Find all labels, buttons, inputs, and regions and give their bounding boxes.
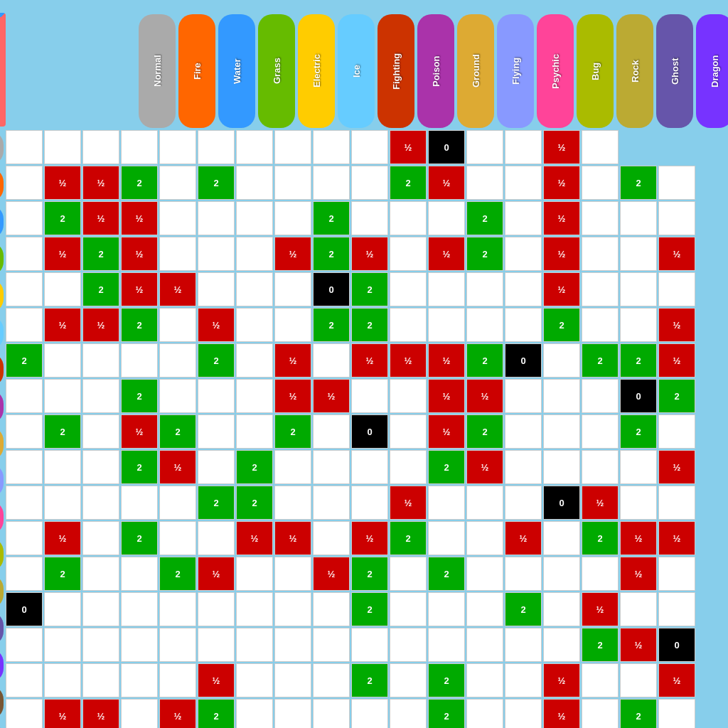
cell-9-10 (390, 450, 427, 484)
grid-row-8: 2½220½22 (5, 414, 696, 449)
cell-10-1 (44, 486, 81, 520)
cell-12-11: 2 (428, 557, 465, 591)
cell-14-14 (543, 628, 580, 662)
cell-4-14: ½ (543, 272, 580, 306)
cell-16-7 (274, 699, 311, 728)
cell-9-14 (543, 450, 580, 484)
cell-13-7 (274, 592, 311, 626)
col-header-water: Water (218, 14, 255, 128)
cell-10-4 (159, 486, 196, 520)
body-section: NormalFireWaterGrassElectricIceFightingP… (0, 129, 728, 728)
cell-1-2: ½ (82, 166, 119, 200)
row-header-rock: Rock (0, 574, 4, 609)
cell-15-15 (582, 663, 619, 697)
cell-15-3 (121, 663, 158, 697)
cell-11-8 (313, 521, 350, 555)
cell-3-4 (159, 237, 196, 271)
cell-14-0 (6, 628, 43, 662)
cell-10-16 (620, 486, 657, 520)
cell-11-13: ½ (505, 521, 542, 555)
row-header-steel: Steel (0, 722, 4, 728)
cell-10-0 (6, 486, 43, 520)
cell-5-2: ½ (82, 308, 119, 342)
cell-1-12 (466, 166, 503, 200)
cell-15-1 (44, 663, 81, 697)
cell-9-12: ½ (466, 450, 503, 484)
cell-12-1: 2 (44, 557, 81, 591)
cell-5-3: 2 (121, 308, 158, 342)
cell-13-16 (620, 592, 657, 626)
cell-13-12 (466, 592, 503, 626)
cell-4-6 (236, 272, 273, 306)
cell-0-0 (6, 130, 43, 164)
cell-2-2: ½ (82, 201, 119, 235)
cell-7-17: 2 (658, 379, 695, 413)
cell-16-15 (582, 699, 619, 728)
cell-9-8 (313, 450, 350, 484)
col-header-fire: Fire (178, 14, 215, 128)
col-header-bug: Bug (577, 14, 614, 128)
cell-0-9 (351, 130, 388, 164)
cell-4-1 (44, 272, 81, 306)
cell-8-3: ½ (121, 414, 158, 449)
cell-4-7 (274, 272, 311, 306)
grid-row-13: 022½ (5, 592, 696, 627)
cell-11-2 (82, 521, 119, 555)
col-header-dragon: Dragon (696, 14, 728, 128)
cell-3-5 (198, 237, 235, 271)
cell-0-4 (159, 130, 196, 164)
cell-5-12 (466, 308, 503, 342)
cell-16-3 (121, 699, 158, 728)
cell-11-4 (159, 521, 196, 555)
row-header-electric: Electric (0, 279, 4, 313)
cell-13-1 (44, 592, 81, 626)
cell-12-13 (505, 557, 542, 591)
cell-16-14: ½ (543, 699, 580, 728)
cell-16-8 (313, 699, 350, 728)
col-header-rock: Rock (616, 14, 653, 128)
cell-1-7 (274, 166, 311, 200)
cell-8-15 (582, 414, 619, 449)
cell-4-3: ½ (121, 272, 158, 306)
grid-row-15: ½22½½ (5, 663, 696, 698)
cell-9-17: ½ (658, 450, 695, 484)
cell-12-8: ½ (313, 557, 350, 591)
cell-9-5 (198, 450, 235, 484)
cell-0-8 (313, 130, 350, 164)
cell-6-9: ½ (351, 343, 388, 378)
cell-0-1 (44, 130, 81, 164)
cell-11-9: ½ (351, 521, 388, 555)
cell-5-8: 2 (313, 308, 350, 342)
cell-11-10: 2 (390, 521, 427, 555)
cell-4-10 (390, 272, 427, 306)
cell-1-16: 2 (620, 166, 657, 200)
cell-8-12: 2 (466, 414, 503, 449)
cell-6-12: 2 (466, 343, 503, 378)
cell-0-13 (505, 130, 542, 164)
col-header-psychic: Psychic (537, 14, 574, 128)
cell-14-8 (313, 628, 350, 662)
cell-15-6 (236, 663, 273, 697)
cell-10-9 (351, 486, 388, 520)
cell-7-13 (505, 379, 542, 413)
cell-5-1: ½ (44, 308, 81, 342)
cell-4-12 (466, 272, 503, 306)
cell-15-17: ½ (658, 663, 695, 697)
cell-7-15 (582, 379, 619, 413)
cell-10-7 (274, 486, 311, 520)
cell-6-4 (159, 343, 196, 378)
cell-3-9: ½ (351, 237, 388, 271)
grid-row-11: ½2½½½2½2½½ (5, 520, 696, 556)
cell-11-5 (198, 521, 235, 555)
cell-14-17: 0 (658, 628, 695, 662)
cell-4-15 (582, 272, 619, 306)
cell-7-10 (390, 379, 427, 413)
cell-2-14: ½ (543, 201, 580, 235)
cell-5-0 (6, 308, 43, 342)
row-header-normal: Normal (0, 131, 4, 165)
cell-2-8: 2 (313, 201, 350, 235)
cell-12-15 (582, 557, 619, 591)
cell-14-1 (44, 628, 81, 662)
cell-16-9 (351, 699, 388, 728)
cell-4-16 (620, 272, 657, 306)
